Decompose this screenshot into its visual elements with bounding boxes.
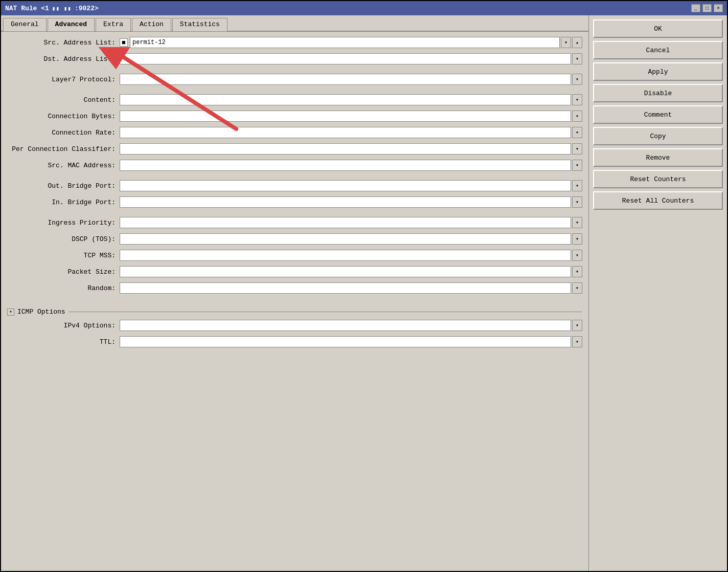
ingress-priority-label: Ingress Priority: <box>7 219 120 227</box>
tab-statistics[interactable]: Statistics <box>172 18 228 31</box>
dscp-tos-wrap: ▾ <box>120 233 582 245</box>
comment-button[interactable]: Comment <box>593 105 723 124</box>
src-mac-address-dropdown-btn[interactable]: ▾ <box>572 160 582 171</box>
src-address-checkbox[interactable]: ■ <box>120 38 128 47</box>
layer7-protocol-input[interactable] <box>120 74 571 85</box>
src-mac-address-wrap: ▾ <box>120 160 582 171</box>
connection-rate-label: Connection Rate: <box>7 129 120 137</box>
src-address-list-wrap: ■ ▾ ▴ <box>120 37 582 48</box>
disable-button[interactable]: Disable <box>593 84 723 102</box>
out-bridge-port-dropdown-btn[interactable]: ▾ <box>572 180 582 191</box>
random-dropdown-btn[interactable]: ▾ <box>572 282 582 294</box>
title-icons: ▮▮ ▮▮ <box>52 5 72 12</box>
tcp-mss-wrap: ▾ <box>120 250 582 261</box>
content-input[interactable] <box>120 94 571 105</box>
dscp-tos-input[interactable] <box>120 233 571 245</box>
dst-address-list-label: Dst. Address List: <box>7 55 120 63</box>
ipv4-options-input[interactable] <box>120 320 571 331</box>
layer7-protocol-row: Layer7 Protocol: ▾ <box>7 73 582 86</box>
layer7-protocol-wrap: ▾ <box>120 74 582 85</box>
in-bridge-port-row: In. Bridge Port: ▾ <box>7 195 582 209</box>
ttl-input[interactable] <box>120 336 571 347</box>
tcp-mss-row: TCP MSS: ▾ <box>7 249 582 262</box>
title-bar-left: NAT Rule <1 ▮▮ ▮▮ :9022> <box>5 5 99 12</box>
connection-rate-input[interactable] <box>120 127 571 138</box>
ttl-row: TTL: ▾ <box>7 335 582 348</box>
tab-general[interactable]: General <box>3 18 47 31</box>
connection-bytes-label: Connection Bytes: <box>7 113 120 120</box>
packet-size-input[interactable] <box>120 266 571 277</box>
dst-address-dropdown-btn[interactable]: ▾ <box>572 53 582 64</box>
tab-action[interactable]: Action <box>132 18 171 31</box>
tcp-mss-label: TCP MSS: <box>7 252 120 259</box>
close-button[interactable]: × <box>714 4 723 12</box>
per-connection-classifier-dropdown-btn[interactable]: ▾ <box>572 143 582 155</box>
ingress-priority-dropdown-btn[interactable]: ▾ <box>572 217 582 228</box>
main-window: NAT Rule <1 ▮▮ ▮▮ :9022> _ □ × General A… <box>0 0 728 572</box>
random-input[interactable] <box>120 282 571 294</box>
src-mac-address-label: Src. MAC Address: <box>7 162 120 169</box>
out-bridge-port-input[interactable] <box>120 180 571 191</box>
tab-extra[interactable]: Extra <box>96 18 131 31</box>
tab-advanced[interactable]: Advanced <box>48 18 95 31</box>
icmp-toggle-btn[interactable]: ▾ <box>7 309 14 316</box>
src-mac-address-input[interactable] <box>120 160 571 171</box>
ttl-dropdown-btn[interactable]: ▾ <box>572 336 582 347</box>
dst-address-list-input[interactable] <box>120 53 571 64</box>
connection-rate-wrap: ▾ <box>120 127 582 138</box>
random-wrap: ▾ <box>120 282 582 294</box>
layer7-protocol-label: Layer7 Protocol: <box>7 76 120 83</box>
src-address-list-row: Src. Address List: ■ ▾ ▴ <box>7 36 582 49</box>
packet-size-label: Packet Size: <box>7 268 120 276</box>
tcp-mss-dropdown-btn[interactable]: ▾ <box>572 250 582 261</box>
ipv4-options-wrap: ▾ <box>120 320 582 331</box>
layer7-protocol-dropdown-btn[interactable]: ▾ <box>572 74 582 85</box>
ttl-label: TTL: <box>7 338 120 346</box>
in-bridge-port-input[interactable] <box>120 196 571 208</box>
tabs-bar: General Advanced Extra Action Statistics <box>1 15 588 32</box>
remove-button[interactable]: Remove <box>593 148 723 167</box>
window-subtitle: :9022> <box>75 5 99 12</box>
per-connection-classifier-input[interactable] <box>120 143 571 155</box>
maximize-button[interactable]: □ <box>702 4 712 12</box>
src-address-dropdown-btn[interactable]: ▾ <box>561 37 571 48</box>
per-connection-classifier-wrap: ▾ <box>120 143 582 155</box>
icmp-divider-line <box>69 312 582 312</box>
cancel-button[interactable]: Cancel <box>593 41 723 59</box>
connection-bytes-dropdown-btn[interactable]: ▾ <box>572 111 582 122</box>
content-wrap: ▾ <box>120 94 582 105</box>
dst-address-list-wrap: ▾ <box>120 53 582 64</box>
reset-all-counters-button[interactable]: Reset All Counters <box>593 191 723 210</box>
content-label: Content: <box>7 96 120 104</box>
copy-button[interactable]: Copy <box>593 127 723 145</box>
in-bridge-port-label: In. Bridge Port: <box>7 199 120 206</box>
src-address-scroll-btn[interactable]: ▴ <box>572 37 582 48</box>
src-address-list-input[interactable] <box>130 37 560 48</box>
per-connection-classifier-row: Per Connection Classifier: ▾ <box>7 142 582 156</box>
minimize-button[interactable]: _ <box>691 4 700 12</box>
ok-button[interactable]: OK <box>593 19 723 38</box>
window-title: NAT Rule <1 <box>5 5 49 12</box>
out-bridge-port-wrap: ▾ <box>120 180 582 191</box>
icmp-section-label: ICMP Options <box>17 308 65 316</box>
connection-rate-dropdown-btn[interactable]: ▾ <box>572 127 582 138</box>
ipv4-options-dropdown-btn[interactable]: ▾ <box>572 320 582 331</box>
ttl-wrap: ▾ <box>120 336 582 347</box>
reset-counters-button[interactable]: Reset Counters <box>593 170 723 188</box>
tcp-mss-input[interactable] <box>120 250 571 261</box>
random-row: Random: ▾ <box>7 281 582 295</box>
ingress-priority-wrap: ▾ <box>120 217 582 228</box>
ingress-priority-input[interactable] <box>120 217 571 228</box>
packet-size-dropdown-btn[interactable]: ▾ <box>572 266 582 277</box>
src-mac-address-row: Src. MAC Address: ▾ <box>7 159 582 172</box>
right-panel: OK Cancel Apply Disable Comment Copy Rem… <box>589 15 727 571</box>
ipv4-options-label: IPv4 Options: <box>7 322 120 329</box>
content-dropdown-btn[interactable]: ▾ <box>572 94 582 105</box>
apply-button[interactable]: Apply <box>593 62 723 81</box>
dscp-tos-label: DSCP (TOS): <box>7 235 120 243</box>
packet-size-wrap: ▾ <box>120 266 582 277</box>
main-content: General Advanced Extra Action Statistics <box>1 15 727 571</box>
connection-bytes-input[interactable] <box>120 111 571 122</box>
in-bridge-port-dropdown-btn[interactable]: ▾ <box>572 196 582 208</box>
dscp-tos-dropdown-btn[interactable]: ▾ <box>572 233 582 245</box>
